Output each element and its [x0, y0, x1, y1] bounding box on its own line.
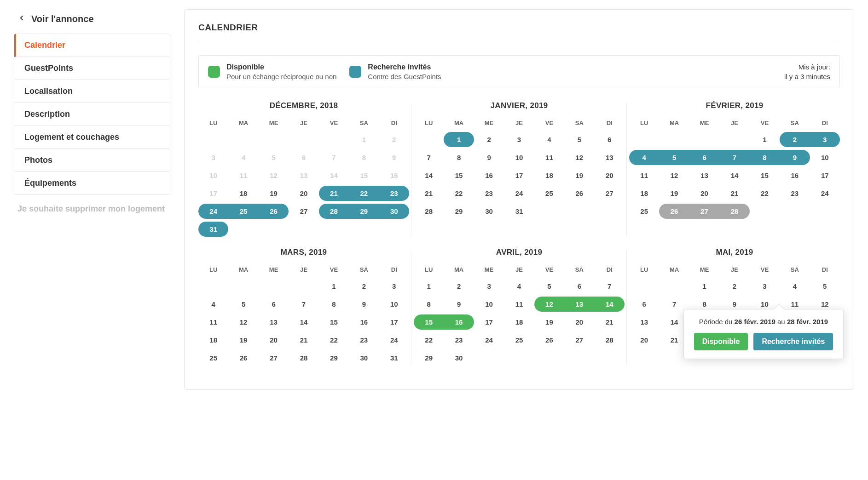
calendar-day[interactable]: 3	[750, 278, 780, 295]
calendar-day[interactable]: 20	[289, 185, 318, 202]
calendar-day[interactable]: 28	[289, 349, 318, 366]
calendar-day[interactable]: 27	[259, 349, 289, 366]
calendar-day[interactable]: 8	[319, 296, 349, 313]
popover-guests-button[interactable]: Recherche invités	[753, 333, 833, 350]
calendar-day[interactable]: 11	[629, 167, 659, 184]
calendar-day[interactable]: 13	[629, 314, 659, 331]
calendar-day[interactable]: 3	[810, 131, 840, 148]
calendar-day[interactable]: 16	[474, 167, 504, 184]
calendar-day[interactable]: 18	[198, 331, 228, 349]
calendar-day[interactable]: 2	[474, 131, 504, 148]
calendar-day[interactable]: 10	[504, 149, 534, 166]
sidebar-item[interactable]: Logement et couchages	[14, 126, 170, 149]
calendar-day[interactable]: 24	[810, 185, 840, 202]
calendar-day[interactable]: 29	[349, 203, 379, 220]
calendar-day[interactable]: 10	[379, 296, 409, 313]
sidebar-item[interactable]: Photos	[14, 149, 170, 172]
calendar-day[interactable]: 6	[595, 131, 625, 148]
calendar-day[interactable]: 13	[289, 167, 318, 184]
calendar-day[interactable]: 31	[504, 203, 534, 220]
calendar-day[interactable]: 21	[595, 314, 625, 331]
calendar-day[interactable]: 6	[689, 149, 719, 166]
calendar-day[interactable]: 25	[228, 203, 258, 220]
calendar-day[interactable]: 14	[719, 167, 749, 184]
calendar-day[interactable]: 31	[379, 349, 409, 366]
calendar-day[interactable]: 28	[595, 331, 625, 349]
calendar-day[interactable]: 2	[349, 278, 379, 295]
calendar-day[interactable]: 6	[259, 296, 289, 313]
calendar-day[interactable]: 22	[319, 331, 349, 349]
calendar-day[interactable]: 1	[689, 278, 719, 295]
sidebar-item[interactable]: Calendrier	[14, 34, 170, 57]
calendar-day[interactable]: 4	[504, 278, 534, 295]
calendar-day[interactable]: 28	[719, 203, 749, 220]
calendar-day[interactable]: 21	[289, 331, 318, 349]
calendar-day[interactable]: 26	[534, 331, 564, 349]
calendar-day[interactable]: 27	[595, 185, 625, 202]
calendar-day[interactable]: 5	[534, 278, 564, 295]
calendar-day[interactable]: 6	[629, 296, 659, 313]
calendar-day[interactable]: 1	[444, 131, 474, 148]
calendar-day[interactable]: 12	[659, 167, 689, 184]
calendar-day[interactable]: 24	[379, 331, 409, 349]
calendar-day[interactable]: 23	[379, 185, 409, 202]
calendar-day[interactable]: 25	[198, 349, 228, 366]
calendar-day[interactable]: 3	[379, 278, 409, 295]
calendar-day[interactable]: 16	[780, 167, 810, 184]
calendar-day[interactable]: 15	[349, 167, 379, 184]
calendar-day[interactable]: 21	[319, 185, 349, 202]
calendar-day[interactable]: 8	[750, 149, 780, 166]
calendar-day[interactable]: 16	[444, 314, 474, 331]
calendar-day[interactable]: 5	[564, 131, 594, 148]
calendar-day[interactable]: 23	[780, 185, 810, 202]
calendar-day[interactable]: 9	[474, 149, 504, 166]
calendar-day[interactable]: 22	[349, 185, 379, 202]
calendar-day[interactable]: 4	[629, 149, 659, 166]
calendar-day[interactable]: 30	[474, 203, 504, 220]
calendar-day[interactable]: 17	[379, 314, 409, 331]
calendar-day[interactable]: 5	[228, 296, 258, 313]
calendar-day[interactable]: 21	[719, 185, 749, 202]
calendar-day[interactable]: 8	[349, 149, 379, 166]
calendar-day[interactable]: 13	[689, 167, 719, 184]
calendar-day[interactable]: 13	[259, 314, 289, 331]
calendar-day[interactable]: 14	[319, 167, 349, 184]
calendar-day[interactable]: 20	[689, 185, 719, 202]
calendar-day[interactable]: 11	[504, 296, 534, 313]
calendar-day[interactable]: 25	[629, 203, 659, 220]
calendar-day[interactable]: 18	[534, 167, 564, 184]
calendar-day[interactable]: 1	[750, 131, 780, 148]
calendar-day[interactable]: 19	[564, 167, 594, 184]
calendar-day[interactable]: 27	[689, 203, 719, 220]
calendar-day[interactable]: 15	[444, 167, 474, 184]
calendar-day[interactable]: 9	[349, 296, 379, 313]
calendar-day[interactable]: 14	[595, 296, 625, 313]
calendar-day[interactable]: 7	[414, 149, 444, 166]
calendar-day[interactable]: 4	[198, 296, 228, 313]
calendar-day[interactable]: 17	[474, 314, 504, 331]
calendar-day[interactable]: 3	[504, 131, 534, 148]
calendar-day[interactable]: 7	[719, 149, 749, 166]
delete-listing-link[interactable]: Je souhaite supprimer mon logement	[14, 195, 170, 223]
calendar-day[interactable]: 4	[534, 131, 564, 148]
calendar-day[interactable]: 17	[810, 167, 840, 184]
popover-available-button[interactable]: Disponible	[694, 333, 748, 350]
calendar-day[interactable]: 18	[629, 185, 659, 202]
calendar-day[interactable]: 11	[228, 167, 258, 184]
calendar-day[interactable]: 27	[564, 331, 594, 349]
calendar-day[interactable]: 9	[780, 149, 810, 166]
calendar-day[interactable]: 15	[319, 314, 349, 331]
calendar-day[interactable]: 3	[198, 149, 228, 166]
calendar-day[interactable]: 16	[379, 167, 409, 184]
calendar-day[interactable]: 26	[564, 185, 594, 202]
sidebar-item[interactable]: GuestPoints	[14, 57, 170, 80]
calendar-day[interactable]: 2	[379, 131, 409, 148]
calendar-day[interactable]: 7	[289, 296, 318, 313]
calendar-day[interactable]: 15	[414, 314, 444, 331]
calendar-day[interactable]: 7	[595, 278, 625, 295]
calendar-day[interactable]: 23	[474, 185, 504, 202]
calendar-day[interactable]: 14	[414, 167, 444, 184]
calendar-day[interactable]: 28	[414, 203, 444, 220]
calendar-day[interactable]: 13	[595, 149, 625, 166]
calendar-day[interactable]: 29	[414, 349, 444, 366]
